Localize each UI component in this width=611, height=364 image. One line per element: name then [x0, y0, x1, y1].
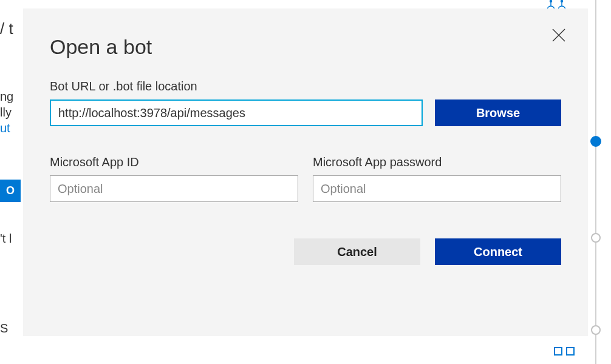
app-id-label: Microsoft App ID [50, 155, 298, 169]
app-id-input[interactable] [50, 175, 298, 202]
dialog-title: Open a bot [50, 35, 561, 59]
bg-text-fragment: lly [0, 106, 12, 120]
bg-text-fragment: / t [0, 19, 13, 38]
timeline-line [595, 0, 596, 364]
connect-button[interactable]: Connect [435, 238, 561, 265]
close-icon [551, 28, 566, 42]
browse-button[interactable]: Browse [435, 99, 561, 126]
timeline-dot-active [590, 136, 601, 147]
bg-button-fragment: O [0, 180, 21, 202]
cancel-button[interactable]: Cancel [294, 238, 420, 265]
bg-text-fragment: S [0, 322, 8, 335]
bot-url-label: Bot URL or .bot file location [50, 79, 561, 93]
bg-link-fragment: ut [0, 121, 10, 135]
open-bot-dialog: Open a bot Bot URL or .bot file location… [23, 8, 588, 336]
close-button[interactable] [549, 25, 568, 45]
app-password-label: Microsoft App password [313, 155, 561, 169]
bg-text-fragment: ng [0, 90, 13, 104]
bot-url-input[interactable] [50, 99, 423, 126]
svg-point-5 [561, 1, 563, 2]
svg-point-4 [550, 1, 552, 2]
timeline-dot [591, 233, 601, 243]
app-password-input[interactable] [313, 175, 561, 202]
bottom-squares-icon [554, 347, 575, 356]
timeline-dot [591, 325, 601, 335]
bg-text-fragment: 't l [0, 232, 12, 246]
